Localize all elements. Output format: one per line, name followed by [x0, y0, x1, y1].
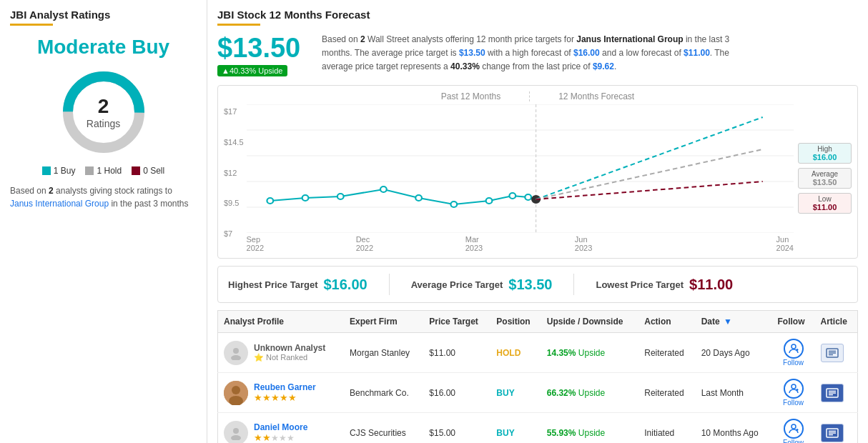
- lowest-val: $11.00: [689, 277, 733, 293]
- price-target-cell-3: $15.00: [423, 413, 490, 444]
- upside-pct-1: 14.35%: [547, 348, 576, 358]
- y-label-2: $14.5: [224, 138, 244, 146]
- article-button-1[interactable]: [821, 344, 844, 362]
- follow-icon-2[interactable]: [784, 379, 804, 399]
- buy-label: 1 Buy: [54, 166, 76, 176]
- follow-icon-1[interactable]: [784, 339, 804, 359]
- article-icon-2: [826, 388, 839, 398]
- analyst-name-1: Unknown Analyst: [254, 343, 325, 353]
- article-cell-1[interactable]: [815, 333, 858, 373]
- desc-block: Based on 2 Wall Street analysts offering…: [322, 33, 751, 74]
- action-cell-3: Initiated: [638, 413, 695, 444]
- hold-legend: 1 Hold: [85, 166, 122, 176]
- follow-cell-2[interactable]: Follow: [771, 373, 814, 413]
- past-label: Past 12 Months: [441, 91, 530, 101]
- follow-button-1[interactable]: Follow: [777, 339, 809, 367]
- th-profile: Analyst Profile: [218, 311, 345, 333]
- th-action: Action: [638, 311, 695, 333]
- svg-point-41: [233, 428, 239, 434]
- follow-person-icon-1: [788, 343, 799, 354]
- svg-point-9: [267, 198, 273, 204]
- high-legend-label: High: [803, 145, 847, 153]
- hold-label: 1 Hold: [97, 166, 122, 176]
- analyst-cell-3: Daniel Moore ★★★★★: [224, 421, 338, 444]
- analyst-info-1: Unknown Analyst ⭐ Not Ranked: [254, 343, 325, 362]
- high-legend-box: High $16.00: [798, 143, 852, 164]
- hold-color-box: [85, 166, 94, 175]
- analyst-cell-2: Reuben Garner ★★★★★: [224, 381, 338, 405]
- follow-cell-3[interactable]: Follow: [771, 413, 814, 444]
- price-desc-row: $13.50 ▲40.33% Upside Based on 2 Wall St…: [217, 33, 858, 76]
- firm-cell-3: CJS Securities: [344, 413, 423, 444]
- divider-2: [573, 274, 574, 295]
- analyst-stars-3: ★★★★★: [254, 432, 307, 443]
- y-label-5: $7: [224, 229, 244, 238]
- analyst-profile-cell-2: Reuben Garner ★★★★★: [218, 373, 345, 413]
- ratings-count: 2: [87, 95, 120, 118]
- svg-point-16: [509, 193, 516, 199]
- x-axis-labels: Sep2022 Dec2022 Mar2023 Jun2023 Jun2024: [247, 235, 794, 252]
- article-cell-2[interactable]: [815, 373, 858, 413]
- th-position: Position: [490, 311, 541, 333]
- th-price-target: Price Target: [423, 311, 490, 333]
- highest-val: $16.00: [323, 277, 367, 293]
- th-firm: Expert Firm: [344, 311, 423, 333]
- company-link[interactable]: Janus International Group: [10, 199, 109, 209]
- price-block: $13.50 ▲40.33% Upside: [217, 33, 310, 76]
- action-cell-1: Reiterated: [638, 333, 695, 373]
- lowest-label: Lowest Price Target: [596, 279, 684, 290]
- price-target-cell-1: $11.00: [423, 333, 490, 373]
- follow-button-3[interactable]: Follow: [777, 419, 809, 443]
- upside-cell-3: 55.93% Upside: [541, 413, 638, 444]
- th-follow: Follow: [771, 311, 814, 333]
- article-cell-3[interactable]: [815, 413, 858, 444]
- chart-with-legend: $17 $14.5 $12 $9.5 $7: [224, 104, 852, 252]
- analyst-name-2[interactable]: Reuben Garner: [254, 382, 316, 392]
- chart-period-labels: Past 12 Months 12 Months Forecast: [224, 91, 852, 101]
- svg-point-42: [231, 435, 241, 440]
- average-target: Average Price Target $13.50: [411, 277, 553, 293]
- follow-cell-1[interactable]: Follow: [771, 333, 814, 373]
- x-label-mar: Mar2023: [465, 235, 483, 252]
- upside-badge: ▲40.33% Upside: [217, 65, 287, 76]
- follow-icon-3[interactable]: [784, 419, 804, 439]
- analyst-info-2: Reuben Garner ★★★★★: [254, 382, 316, 403]
- action-cell-2: Reiterated: [638, 373, 695, 413]
- donut-chart-container: 2 Ratings: [10, 66, 197, 159]
- follow-button-2[interactable]: Follow: [777, 379, 809, 407]
- article-button-3[interactable]: [821, 424, 844, 442]
- highest-label: Highest Price Target: [228, 279, 317, 290]
- price-targets-row: Highest Price Target $16.00 Average Pric…: [217, 266, 858, 303]
- avatar-1: [224, 341, 248, 365]
- analyst-name-3[interactable]: Daniel Moore: [254, 422, 307, 432]
- svg-point-24: [791, 344, 796, 349]
- upside-label-2: Upside: [578, 388, 605, 398]
- forecast-label: 12 Months Forecast: [558, 91, 634, 101]
- sell-legend: 0 Sell: [132, 166, 164, 176]
- svg-point-15: [485, 198, 492, 204]
- y-label-1: $17: [224, 107, 244, 116]
- date-cell-2: Last Month: [696, 373, 772, 413]
- price-target-cell-2: $16.00: [423, 373, 490, 413]
- chart-section: Past 12 Months 12 Months Forecast $17 $1…: [217, 85, 858, 259]
- upside-label-1: Upside: [578, 348, 605, 358]
- forecast-price: $13.50: [217, 33, 310, 64]
- analyst-stars-2: ★★★★★: [254, 392, 316, 403]
- follow-person-icon-2: [788, 383, 799, 394]
- y-label-3: $12: [224, 169, 244, 177]
- left-panel-underline: [10, 24, 53, 26]
- upside-cell-2: 66.32% Upside: [541, 373, 638, 413]
- chart-main: $17 $14.5 $12 $9.5 $7: [224, 104, 794, 252]
- avg-legend-val: $13.50: [803, 178, 847, 186]
- stars-empty-3: ★★★: [271, 433, 295, 443]
- svg-point-23: [231, 355, 241, 360]
- user-icon: [229, 346, 243, 360]
- article-button-2[interactable]: [821, 384, 844, 402]
- upside-label-3: Upside: [578, 428, 605, 438]
- article-icon-1: [826, 348, 839, 358]
- svg-line-20: [536, 149, 762, 199]
- ratings-label: Ratings: [87, 118, 120, 129]
- upside-pct-3: 55.93%: [547, 428, 576, 438]
- follow-label-3: Follow: [783, 439, 804, 443]
- svg-line-21: [536, 181, 762, 199]
